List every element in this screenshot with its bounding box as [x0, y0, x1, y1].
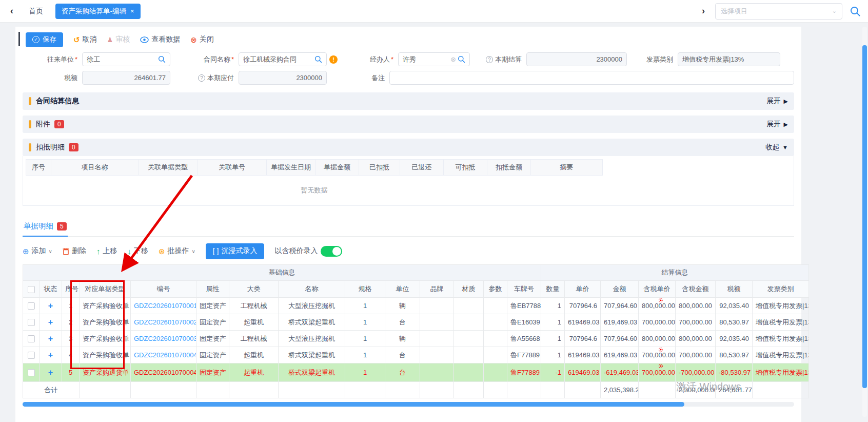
contract-warning-icon[interactable]: !: [329, 55, 338, 64]
remark-input[interactable]: [389, 71, 794, 85]
left-accent-bar: [18, 32, 20, 46]
row-select-cell: [23, 331, 40, 347]
doc-code-link[interactable]: GDZC202601070003: [134, 335, 196, 342]
row-checkbox[interactable]: [28, 319, 35, 326]
doc-code-link[interactable]: GDZC202601070004: [134, 351, 196, 359]
windows-activation-watermark: 激活 Windows: [676, 380, 741, 394]
partner-search-icon[interactable]: [158, 55, 166, 63]
view-data-button[interactable]: 查看数据: [140, 35, 180, 44]
horizontal-scrollbar-track: [23, 402, 794, 407]
remark-value[interactable]: [394, 74, 790, 82]
row-checkbox[interactable]: [28, 335, 35, 342]
tab-home[interactable]: 首页: [24, 7, 48, 16]
expand-plus-icon[interactable]: +: [48, 334, 53, 343]
cell-tax-amount: 700,000.00: [676, 314, 716, 331]
doc-code-link: GDZC202601070002: [131, 314, 196, 331]
cell-tax-amount: 700,000.00: [676, 347, 716, 363]
help-icon[interactable]: ?: [198, 74, 205, 82]
move-down-button[interactable]: ↓ 下移: [127, 246, 148, 256]
section-contract-settlement-info[interactable]: 合同结算信息 展开 ▶: [23, 92, 794, 110]
clear-icon[interactable]: ⊗: [450, 55, 456, 63]
tabs-scroll-right-icon[interactable]: ›: [699, 6, 708, 16]
expand-plus-icon[interactable]: +: [48, 351, 53, 359]
current-payable-value: [243, 74, 322, 82]
doc-code-link[interactable]: GDZC202601070004: [134, 369, 196, 376]
row-select-cell: [23, 298, 40, 314]
arrow-up-icon: ↑: [96, 247, 101, 255]
handler-input[interactable]: ⊗: [398, 52, 470, 66]
add-button[interactable]: ⊕ 添加 ∨: [23, 246, 52, 256]
partner-input[interactable]: [82, 52, 170, 66]
handler-value[interactable]: [403, 55, 450, 63]
total-label: 合计: [23, 382, 80, 398]
tabs-scroll-left-icon[interactable]: ‹: [7, 6, 16, 16]
search-icon[interactable]: [850, 6, 861, 17]
undo-icon: ↺: [73, 36, 80, 44]
vertical-scrollbar-thumb[interactable]: [862, 45, 867, 388]
tab-close-icon[interactable]: ×: [130, 7, 134, 15]
expand-plus-icon[interactable]: +: [48, 318, 53, 327]
deduction-column-header: 扣抵金额: [487, 159, 531, 176]
row-checkbox[interactable]: [28, 352, 35, 359]
cell-unit: 台: [385, 347, 420, 363]
trash-icon: [63, 247, 69, 255]
move-up-button[interactable]: ↑ 上移: [96, 246, 117, 256]
cell-unit-price: 619469.03: [565, 363, 601, 382]
row-checkbox[interactable]: [28, 302, 35, 310]
deduction-column-header: 关联单号: [198, 159, 267, 176]
cell-attribute: 固定资产: [196, 298, 229, 314]
cell-amount: 619,469.03: [601, 347, 639, 363]
batch-operation-button[interactable]: ⊛ 批操作 ∨: [159, 246, 195, 256]
close-label: 关闭: [200, 35, 214, 44]
help-icon[interactable]: ?: [486, 56, 493, 63]
deduction-table-header: 序号项目名称关联单据类型关联单号单据发生日期单据金额已扣抵已退还可扣抵扣抵金额摘…: [26, 159, 791, 176]
tax-input: [82, 71, 170, 85]
total-empty-cell: [279, 382, 345, 398]
deduction-empty-state: 暂无数据: [26, 176, 603, 205]
contract-value[interactable]: [243, 55, 314, 63]
column-header: 编号: [131, 281, 196, 298]
cell-material: [454, 347, 484, 363]
select-all-checkbox[interactable]: [28, 286, 35, 293]
cell-seq: 5: [62, 363, 80, 382]
expand-button[interactable]: 展开 ▶: [767, 120, 788, 129]
close-button[interactable]: ⊗ 关闭: [190, 35, 214, 44]
section-deduction-detail[interactable]: 扣抵明细 0 收起 ▼: [23, 139, 794, 156]
section-marker-icon: [29, 143, 31, 151]
column-header: 参数: [484, 281, 507, 298]
contract-search-icon[interactable]: [314, 55, 322, 63]
expand-button[interactable]: 展开 ▶: [767, 97, 788, 106]
project-select[interactable]: 选择项目 ⌄: [715, 3, 842, 20]
contract-label: 合同名称*: [170, 55, 239, 64]
doc-code-link[interactable]: GDZC202601070002: [134, 318, 196, 326]
partner-value[interactable]: [87, 55, 158, 63]
row-select-cell: [23, 363, 40, 382]
cell-param: [484, 347, 507, 363]
expand-plus-icon[interactable]: +: [48, 368, 53, 377]
doc-code-link[interactable]: GDZC202601070001: [134, 302, 196, 310]
tax-entry-toggle[interactable]: [321, 246, 342, 257]
deduction-column-header: 序号: [26, 159, 51, 176]
total-empty-cell: [196, 382, 229, 398]
tab-active-asset-settlement[interactable]: 资产采购结算单-编辑 ×: [55, 4, 141, 19]
cancel-button[interactable]: ↺ 取消: [73, 35, 97, 44]
handler-search-icon[interactable]: [458, 55, 465, 63]
deduction-column-header: 可扣抵: [444, 159, 487, 176]
group-header-settlement-info: 结算信息: [541, 265, 809, 281]
current-payable-label: ?本期应付: [170, 73, 239, 83]
expand-plus-icon[interactable]: +: [48, 301, 53, 310]
row-checkbox[interactable]: [28, 369, 35, 376]
contract-input[interactable]: [239, 52, 327, 66]
horizontal-scrollbar-thumb[interactable]: [23, 402, 684, 407]
section-attachments[interactable]: 附件 0 展开 ▶: [23, 116, 794, 133]
column-header: 数量: [541, 281, 565, 298]
cell-name: 桥式双梁起重机: [279, 314, 345, 331]
cell-doc-type: 资产采购验收单: [80, 331, 131, 347]
deduction-table: 序号项目名称关联单据类型关联单号单据发生日期单据金额已扣抵已退还可扣抵扣抵金额摘…: [23, 156, 794, 206]
cell-tax-amount: -700,000.00: [676, 363, 716, 382]
immersive-entry-button[interactable]: [ ] 沉浸式录入: [206, 243, 265, 259]
tab-document-detail[interactable]: 单据明细 5: [23, 219, 68, 237]
collapse-button[interactable]: 收起 ▼: [765, 143, 788, 152]
delete-button[interactable]: 删除: [63, 246, 86, 256]
save-button[interactable]: ✓ 保存: [26, 32, 63, 47]
